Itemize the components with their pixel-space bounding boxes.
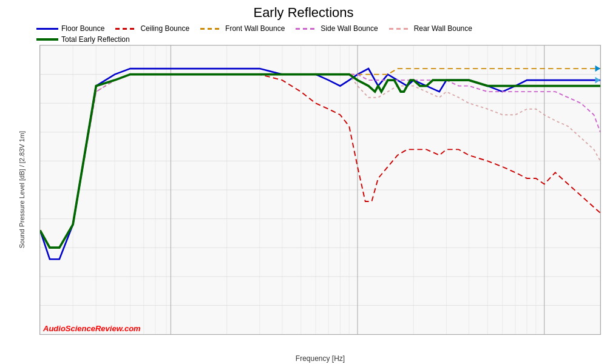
plot-area-wrapper: Sound Pressure Level [dB] / [2.83V 1m] K… [0, 45, 607, 353]
legend-line-sidewall [296, 28, 317, 30]
chart-title: Early Reflections [0, 0, 607, 23]
legend-line-rearwall [389, 28, 411, 30]
legend-line-frontwall [200, 28, 222, 30]
plot-svg: 90 85 80 75 70 65 60 55 50 45 40 [40, 46, 600, 334]
legend-label-floor: Floor Bounce [61, 24, 104, 33]
legend-line-ceiling [115, 28, 137, 30]
chart-container: Early Reflections Floor Bounce Ceiling B… [0, 0, 607, 364]
asr-watermark: AudioScienceReview.com [43, 324, 141, 333]
legend-line-floor [36, 28, 58, 30]
plot-canvas: KLIPPEL Infinity R254 Tweeter Axis - Dip… [39, 45, 601, 335]
y-axis-label: Sound Pressure Level [dB] / [2.83V 1m] [18, 131, 25, 248]
legend-item-rearwall: Rear Wall Bounce [389, 24, 472, 33]
legend-label-sidewall: Side Wall Bounce [320, 24, 378, 33]
legend-line-total [36, 38, 58, 41]
legend-label-rearwall: Rear Wall Bounce [414, 24, 472, 33]
legend-item-ceiling: Ceiling Bounce [115, 24, 189, 33]
legend-area: Floor Bounce Ceiling Bounce Front Wall B… [0, 23, 607, 45]
legend-label-ceiling: Ceiling Bounce [140, 24, 189, 33]
legend-item-floor: Floor Bounce [36, 24, 104, 33]
legend-item-frontwall: Front Wall Bounce [200, 24, 285, 33]
legend-item-total: Total Early Reflection [36, 35, 130, 44]
legend-label-frontwall: Front Wall Bounce [225, 24, 285, 33]
x-axis-label: Frequency [Hz] [39, 353, 601, 364]
legend-item-sidewall: Side Wall Bounce [296, 24, 378, 33]
y-axis-label-container: Sound Pressure Level [dB] / [2.83V 1m] [5, 45, 38, 335]
legend-label-total: Total Early Reflection [61, 35, 130, 44]
